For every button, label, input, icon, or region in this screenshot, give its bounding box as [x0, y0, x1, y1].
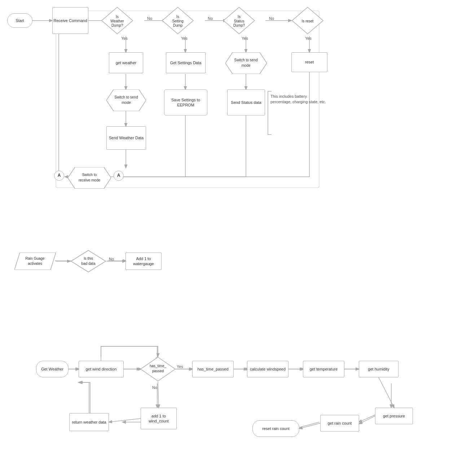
send-weather-data-node: Send Weather Data [106, 126, 146, 150]
weather-no-label: No [152, 385, 157, 390]
start-node: Start [7, 13, 32, 28]
svg-marker-53 [14, 253, 56, 270]
rain-gauge-node: Rain Guage activates [14, 253, 56, 270]
is-statusdump-node: Is Status Dump? [223, 6, 255, 35]
weather-yes-label: Yes [177, 364, 183, 369]
switch-receive-mode-node: Switch to receive mode [68, 167, 111, 189]
svg-text:Is: Is [116, 15, 119, 19]
svg-line-65 [158, 382, 159, 408]
svg-text:Is: Is [176, 15, 179, 19]
get-temperature-node: calculate windspeed [247, 361, 288, 377]
no3-label: No [269, 16, 274, 21]
reset-node: reset [291, 52, 327, 72]
return-weather-data-node: reset rain count [252, 420, 299, 437]
switch-send-mode2-node: Switch to send mode [225, 52, 267, 74]
svg-text:Status: Status [234, 19, 244, 23]
yes1-label: Yes [121, 36, 128, 40]
get-settings-data-node: Get Settings Data [166, 52, 206, 73]
svg-marker-56 [71, 250, 106, 272]
svg-text:receive mode: receive mode [79, 178, 100, 182]
wait-anemometer-node: add 1 to wind_count [141, 408, 177, 429]
no2-label: No [208, 16, 213, 21]
add1-wind-count-node: return weather data [69, 413, 109, 431]
yes4-label: Yes [305, 36, 312, 40]
get-wind-direction-node: get wind direction [79, 361, 124, 377]
receive-command-node: Receive Command [52, 7, 88, 34]
get-pressure-node: get humidity [359, 361, 398, 377]
flowchart-container: Start Receive Command Is Weather Dump? I… [0, 0, 476, 469]
svg-text:Rain Guage: Rain Guage [25, 257, 45, 260]
svg-marker-47 [225, 52, 267, 74]
svg-text:Dump: Dump [173, 23, 183, 27]
connector-a1: A [54, 171, 64, 181]
get-humidity-node: get temperature [303, 361, 344, 377]
svg-text:Switch to: Switch to [82, 173, 97, 177]
connector-a2: A [114, 171, 124, 181]
svg-text:Weather: Weather [110, 19, 124, 23]
svg-text:Switch to send: Switch to send [234, 58, 257, 62]
add1-watergauge-node: Add 1 to watergauge [125, 253, 162, 270]
yes3-label: Yes [242, 36, 248, 40]
svg-text:Dump?: Dump? [111, 23, 123, 27]
switch-send-mode1-node: Switch to send mode [106, 89, 146, 111]
status-note: This includes battery percentage, chargi… [270, 94, 328, 105]
save-settings-eeprom-node: Save Settings to EEPROM [164, 89, 207, 115]
svg-text:passed: passed [152, 369, 164, 373]
svg-text:Dump?: Dump? [233, 23, 245, 27]
has-time-passed-node: has_time_ passed [140, 356, 176, 382]
svg-text:Is this: Is this [84, 257, 93, 260]
calculate-windspeed-node: has_time_passed [192, 361, 234, 377]
svg-text:Setting: Setting [172, 19, 183, 23]
svg-line-66 [109, 418, 141, 422]
svg-text:Is reset: Is reset [302, 19, 314, 23]
svg-marker-44 [106, 89, 146, 111]
svg-marker-50 [68, 167, 111, 189]
send-status-data-node: Send Status data [227, 89, 265, 115]
reset-rain-count-node: get rain count [320, 415, 359, 431]
svg-text:Is: Is [238, 15, 241, 19]
is-weatherdump-node: Is Weather Dump? [101, 6, 133, 35]
svg-line-63 [359, 416, 375, 424]
is-settingdump-node: Is Setting Dump [162, 6, 194, 35]
no1-label: No [147, 16, 152, 21]
svg-line-64 [299, 423, 320, 429]
get-weather-start-node: Get Weather [36, 361, 69, 377]
svg-text:activates: activates [28, 262, 42, 266]
svg-text:mode: mode [122, 101, 131, 105]
is-reset-node: Is reset [291, 6, 324, 35]
svg-line-62 [379, 377, 394, 408]
get-weather-node: get weather [109, 52, 143, 73]
yes2-label: Yes [181, 36, 188, 40]
svg-text:Switch to send: Switch to send [114, 95, 138, 99]
svg-text:mode: mode [241, 63, 250, 67]
svg-text:has_time_: has_time_ [150, 364, 167, 368]
get-rain-count-node: get pressure [375, 408, 413, 424]
svg-text:bad data: bad data [81, 262, 96, 266]
is-bad-data-node: Is this bad data [70, 250, 106, 273]
rain-no-label: No [109, 257, 114, 261]
